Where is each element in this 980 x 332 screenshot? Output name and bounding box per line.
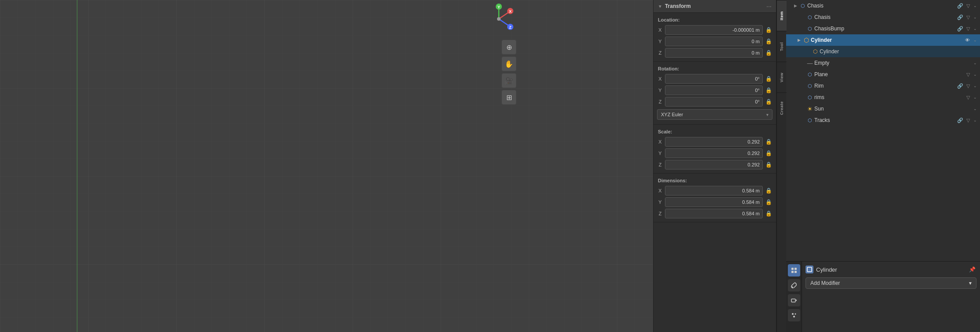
mesh-icon-cylinder-child: ⬡ [812, 48, 819, 55]
transform-arrow-icon: ▼ [658, 4, 662, 9]
rotation-y-field[interactable]: 0° [665, 85, 763, 95]
right-collapse-chasisbump[interactable]: ⌄ [972, 26, 978, 31]
rotation-x-lock[interactable]: 🔒 [765, 75, 772, 83]
dim-x-row: X 0.584 m 🔒 [653, 185, 776, 196]
rotation-z-row: Z 0° 🔒 [653, 96, 776, 107]
tab-view[interactable]: View [777, 62, 787, 92]
scale-x-lock[interactable]: 🔒 [765, 138, 772, 146]
properties-scene-button[interactable] [788, 264, 800, 277]
scale-x-row: X 0.292 🔒 [653, 136, 776, 148]
axis-widget[interactable]: Y Z X [483, 4, 514, 34]
outliner-item-chasisbump[interactable]: ▷ ⬡ ChasisBump 🔗 ▽ ⌄ [786, 23, 980, 34]
outliner-item-chasis-root[interactable]: ▶ ⬡ Chasis 🔗 ▽ ⌄ [786, 0, 980, 11]
right-collapse-plane[interactable]: ⌄ [972, 72, 978, 77]
right-collapse-empty[interactable]: ⌄ [972, 61, 978, 65]
right-collapse-sun[interactable]: ⌄ [972, 107, 978, 111]
right-collapse-rims[interactable]: ⌄ [972, 95, 978, 100]
outliner-item-empty[interactable]: ▷ — Empty ⌄ [786, 57, 980, 69]
outliner-item-chasis-child[interactable]: ▷ ⬡ Chasis 🔗 ▽ ⌄ [786, 11, 980, 23]
scale-z-field[interactable]: 0.292 [665, 160, 763, 170]
euler-dropdown-arrow-icon: ▾ [766, 112, 768, 117]
properties-camera-button[interactable] [788, 294, 800, 306]
right-collapse-chasis-child[interactable]: ⌄ [972, 15, 978, 19]
modifier-obj-info: Cylinder [806, 266, 837, 273]
eye-icon-cylinder[interactable]: 👁 [963, 36, 971, 44]
camera-tool-button[interactable]: 🎥 [501, 73, 516, 88]
svg-rect-16 [791, 271, 794, 273]
location-x-lock[interactable]: 🔒 [765, 26, 772, 34]
sun-icon: ☀ [806, 105, 813, 112]
outliner-item-tracks[interactable]: ▷ ⬡ Tracks 🔗 ▽ ⌄ [786, 114, 980, 126]
ry-axis-label: Y [657, 88, 663, 93]
tab-create[interactable]: Create [777, 92, 787, 123]
camera-prop-icon [791, 297, 798, 304]
location-section: Location: X -0.000001 m 🔒 Y 0 m 🔒 Z 0 m … [653, 13, 776, 62]
outliner-item-rims[interactable]: ▷ ⬡ rims ▽ ⌄ [786, 92, 980, 103]
outliner-item-plane[interactable]: ▷ ⬡ Plane ▽ ⌄ [786, 69, 980, 80]
scale-y-row: Y 0.292 🔒 [653, 148, 776, 159]
grid-tool-button[interactable]: ⊞ [501, 90, 516, 105]
3d-viewport[interactable]: Y Z X ⊕ ✋ 🎥 ⊞ [0, 0, 653, 332]
svg-text:X: X [509, 9, 512, 14]
right-collapse-chasis-root[interactable]: ⌄ [972, 4, 978, 8]
outliner-item-cylinder[interactable]: ▶ ⬡ Cylinder 👁 ⌄ [786, 34, 980, 46]
svg-point-21 [794, 314, 796, 315]
dim-z-lock[interactable]: 🔒 [765, 210, 772, 218]
scale-y-field[interactable]: 0.292 [665, 148, 763, 158]
dim-x-field[interactable]: 0.584 m [665, 186, 763, 196]
link-icon-chasisbump: 🔗 [957, 26, 963, 32]
tab-tool[interactable]: Tool [777, 31, 787, 62]
location-z-row: Z 0 m 🔒 [653, 47, 776, 59]
outliner-item-sun[interactable]: ▷ ☀ Sun ⌄ [786, 103, 980, 114]
mesh-icon-chasis-root: ⬡ [799, 2, 806, 9]
pan-tool-button[interactable]: ✋ [501, 56, 516, 71]
outliner-name-tracks: Tracks [814, 117, 956, 123]
dim-y-field[interactable]: 0.584 m [665, 197, 763, 207]
add-modifier-label: Add Modifier [810, 280, 840, 286]
scale-y-lock[interactable]: 🔒 [765, 149, 772, 157]
right-panel: ▶ ⬡ Chasis 🔗 ▽ ⌄ ▷ ⬡ Chasis 🔗 ▽ ⌄ ▷ ⬡ [786, 0, 980, 332]
properties-particles-button[interactable] [788, 309, 800, 321]
svg-point-22 [793, 316, 795, 317]
modifier-pin-button[interactable]: 📌 [968, 265, 976, 274]
dim-z-field[interactable]: 0.584 m [665, 209, 763, 218]
collapse-arrow-cylinder[interactable]: ▶ [796, 37, 802, 43]
rotation-x-field[interactable]: 0° [665, 74, 763, 84]
dim-y-lock[interactable]: 🔒 [765, 198, 772, 206]
properties-wrench-button[interactable] [788, 279, 800, 291]
zoom-tool-button[interactable]: ⊕ [501, 40, 516, 55]
outliner-item-cylinder-child[interactable]: ▷ ⬡ Cylinder [786, 46, 980, 57]
scale-z-lock[interactable]: 🔒 [765, 161, 772, 169]
rotation-y-lock[interactable]: 🔒 [765, 86, 772, 94]
outliner-name-chasis-root: Chasis [807, 3, 956, 9]
add-modifier-arrow-icon: ▾ [969, 280, 972, 286]
euler-mode-value: XYZ Euler [661, 112, 683, 117]
mesh-icon-rim: ⬡ [806, 82, 813, 89]
right-collapse-tracks[interactable]: ⌄ [972, 118, 978, 122]
outliner-name-plane: Plane [814, 71, 964, 77]
dim-x-lock[interactable]: 🔒 [765, 187, 772, 195]
location-z-field[interactable]: 0 m [665, 48, 763, 58]
dz-axis-label: Z [657, 211, 663, 216]
location-y-field[interactable]: 0 m [665, 37, 763, 46]
right-collapse-cylinder[interactable]: ⌄ [972, 38, 978, 42]
outliner-name-cylinder: Cylinder [811, 37, 961, 43]
rx-axis-label: X [657, 76, 663, 81]
dim-y-row: Y 0.584 m 🔒 [653, 196, 776, 208]
outliner-item-rim[interactable]: ▷ ⬡ Rim 🔗 ▽ ⌄ [786, 80, 980, 92]
right-collapse-rim[interactable]: ⌄ [972, 84, 978, 88]
scale-x-field[interactable]: 0.292 [665, 137, 763, 147]
dimensions-section: Dimensions: X 0.584 m 🔒 Y 0.584 m 🔒 Z 0.… [653, 173, 776, 222]
collapse-arrow-chasis-root[interactable]: ▶ [792, 3, 798, 9]
rotation-z-field[interactable]: 0° [665, 97, 763, 107]
tab-item[interactable]: Item [777, 0, 787, 31]
location-x-field[interactable]: -0.000001 m [665, 25, 763, 35]
viewport-toolbar: ⊕ ✋ 🎥 ⊞ [501, 40, 516, 105]
location-y-lock[interactable]: 🔒 [765, 37, 772, 45]
location-z-lock[interactable]: 🔒 [765, 49, 772, 57]
euler-mode-dropdown[interactable]: XYZ Euler ▾ [657, 109, 772, 120]
link-icon-chasis-root: 🔗 [957, 3, 963, 9]
add-modifier-button[interactable]: Add Modifier ▾ [806, 277, 976, 289]
panel-menu-button[interactable]: ··· [766, 3, 772, 10]
rotation-z-lock[interactable]: 🔒 [765, 98, 772, 106]
